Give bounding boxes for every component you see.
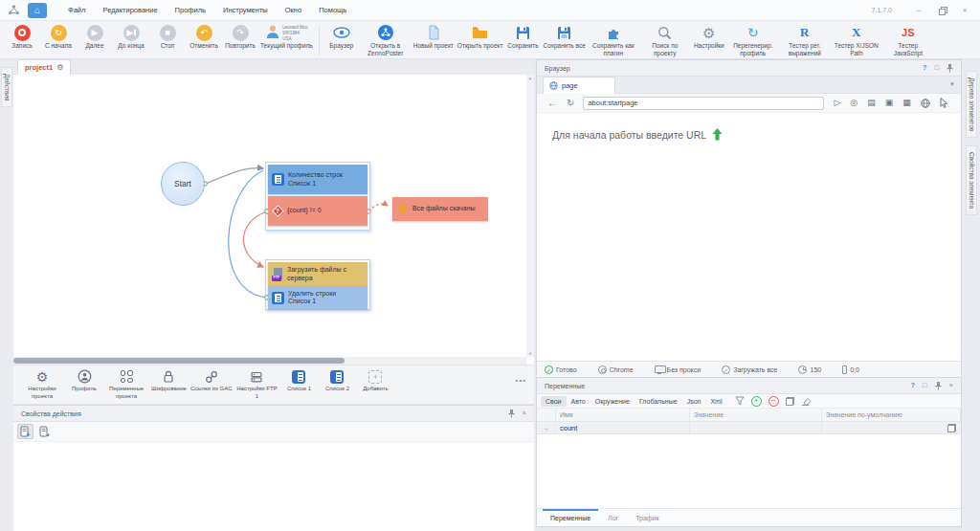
flow-node-notification[interactable]: Все файлы скачаны [392, 197, 488, 221]
status-proxy[interactable]: Без прокси [655, 365, 702, 373]
run-to-end-button[interactable]: ▶ До конца [113, 23, 149, 51]
tab-global[interactable]: Глобальные [635, 396, 682, 407]
pin-icon[interactable] [508, 409, 515, 418]
doc-edit-button[interactable] [36, 424, 53, 439]
gac-links-button[interactable]: Ссылки из GAC [189, 368, 234, 393]
close-icon[interactable]: × [523, 409, 526, 417]
canvas-vertical-scrollbar[interactable]: ▲▼ [526, 75, 534, 357]
stop-button[interactable]: ■ Стоп [149, 23, 186, 51]
flow-canvas[interactable]: Start Количество строк Список 1 ? {count… [13, 75, 526, 357]
flow-node-ftp-download[interactable]: FTP Загрузить файлы с сервера [268, 262, 368, 286]
menu-tools[interactable]: Инструменты [215, 2, 276, 18]
pin-icon[interactable] [947, 64, 953, 73]
filter-icon[interactable] [735, 396, 745, 406]
home-button[interactable]: ⌂ [28, 3, 47, 18]
globe-settings-icon[interactable] [921, 99, 930, 108]
project-settings-button[interactable]: ⚙ Настройки проекта [19, 368, 65, 400]
xpath-tester-button[interactable]: X Тестер X/JSON Path [831, 23, 882, 58]
add-resource-button[interactable]: + Добавить [356, 368, 394, 393]
cell-name[interactable]: count [556, 422, 690, 433]
save-all-button[interactable]: Сохранить все [541, 23, 587, 51]
bottom-tab-traffic[interactable]: Трафик [628, 509, 666, 521]
ftp-settings-button[interactable]: Настройки FTP 1 [234, 368, 279, 400]
doc-view-icon[interactable]: ▤ [867, 99, 876, 107]
maximize-panel-icon[interactable]: □ [923, 382, 927, 389]
menu-edit[interactable]: Редактирование [95, 2, 165, 18]
actions-dock-tab[interactable]: Действия [1, 67, 12, 107]
back-icon[interactable]: ← [547, 98, 557, 108]
flow-start-node[interactable]: Start [161, 162, 205, 206]
cursor-icon[interactable] [940, 98, 948, 108]
undo-button[interactable]: ↶ Отменить [186, 23, 222, 51]
tab-own[interactable]: Свои [541, 396, 567, 407]
clear-icon[interactable] [801, 397, 812, 406]
row-copy-icon[interactable] [947, 424, 956, 432]
column-value[interactable]: Значение [690, 409, 822, 421]
help-icon[interactable]: ? [923, 64, 927, 72]
status-load-mode[interactable]: ✓Загружать все [722, 365, 777, 374]
element-properties-dock-tab[interactable]: Свойства элемента [966, 145, 977, 215]
refresh-icon[interactable]: ↻ [567, 98, 574, 108]
bottom-tab-variables[interactable]: Переменные [543, 509, 598, 521]
help-icon[interactable]: ? [910, 382, 915, 389]
pin-icon[interactable] [935, 382, 942, 390]
menu-file[interactable]: Файл [60, 2, 93, 18]
tab-xml[interactable]: Xml [705, 396, 726, 407]
record-button[interactable]: Запись [4, 23, 40, 51]
project-search-button[interactable]: Поиск по проекту [639, 23, 691, 58]
more-button[interactable]: ••• [516, 376, 526, 385]
panels-icon[interactable]: ▦ [902, 99, 911, 107]
list2-button[interactable]: Список 2 [318, 368, 356, 393]
restart-button[interactable]: ↻ С начала [40, 23, 77, 51]
run-icon[interactable]: ▷ [834, 99, 840, 107]
address-bar[interactable] [583, 97, 824, 110]
flow-node-condition[interactable]: ? {count} != 0 [268, 196, 368, 226]
project-tab-gear-icon[interactable]: ⚙ [56, 64, 63, 72]
bottom-tab-log[interactable]: Лог [600, 509, 626, 521]
open-project-button[interactable]: Открыть проект [456, 23, 505, 51]
profile-button[interactable]: Профиль [65, 368, 103, 393]
tab-dropdown-icon[interactable]: ▼ [949, 81, 955, 87]
doc-add-button[interactable] [17, 424, 33, 439]
scrollbar-thumb[interactable] [13, 358, 345, 364]
new-project-button[interactable]: Новый проект [412, 23, 456, 51]
encryption-button[interactable]: Шифрование [149, 368, 189, 393]
copy-variable-icon[interactable] [786, 397, 794, 406]
menu-help[interactable]: Помощь [311, 2, 354, 18]
copy-view-icon[interactable]: ▣ [885, 99, 894, 107]
maximize-panel-icon[interactable]: □ [934, 64, 939, 72]
current-profile-button[interactable]: Leonard Mco 9/8/1984 USA Текущий профиль [258, 23, 315, 51]
tab-auto[interactable]: Авто [567, 396, 590, 407]
column-name[interactable]: Имя [556, 409, 690, 421]
menu-window[interactable]: Окно [278, 2, 309, 18]
project-tab[interactable]: project1 ⚙ [17, 59, 71, 75]
minimize-button[interactable]: – [909, 4, 928, 17]
canvas-horizontal-scrollbar[interactable] [13, 357, 526, 365]
status-engine[interactable]: Chrome [598, 365, 634, 374]
cell-value[interactable] [690, 422, 822, 433]
flow-node-delete-rows[interactable]: Удалить строки Список 1 [268, 286, 368, 309]
add-variable-icon[interactable]: + [751, 396, 762, 407]
flow-node-row-count[interactable]: Количество строк Список 1 [268, 165, 368, 194]
element-tree-dock-tab[interactable]: Дерево элементов [966, 71, 977, 138]
js-tester-button[interactable]: JS Тестер JavaScript [882, 23, 934, 58]
close-icon[interactable]: × [949, 382, 953, 389]
column-default[interactable]: Значение по-умолчанию [822, 409, 961, 421]
cell-default[interactable] [822, 422, 961, 433]
close-button[interactable]: × [955, 4, 974, 17]
settings-button[interactable]: ⚙ Настройки [691, 23, 727, 51]
table-row[interactable]: → count [537, 422, 961, 434]
redo-button[interactable]: ↷ Повторить [222, 23, 258, 51]
save-button[interactable]: Сохранить [504, 23, 541, 51]
open-in-zennoposter-button[interactable]: Открыть в ZennoPoster [360, 23, 412, 58]
browser-toggle-button[interactable]: Браузер [323, 23, 360, 51]
menu-profile[interactable]: Профиль [167, 2, 213, 18]
remove-variable-icon[interactable]: − [768, 396, 779, 407]
target-icon[interactable]: ◎ [850, 99, 858, 107]
browser-viewport[interactable]: Для начала работы введите URL [537, 113, 961, 361]
save-as-plugin-button[interactable]: Сохранить как плагин [588, 23, 639, 58]
list1-button[interactable]: Список 1 [279, 368, 318, 393]
tab-environment[interactable]: Окружение [590, 396, 635, 407]
project-variables-button[interactable]: Переменные проекта [103, 368, 149, 400]
step-next-button[interactable]: ▶ Далее [77, 23, 113, 51]
